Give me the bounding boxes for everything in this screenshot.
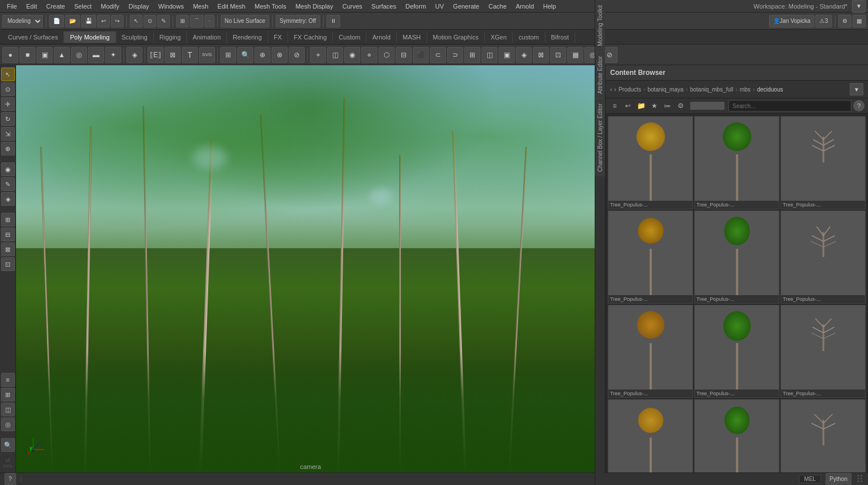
cb-folder-btn[interactable]: 📁 bbox=[635, 100, 647, 112]
shelf-tab-curves-surfaces[interactable]: Curves / Surfaces bbox=[2, 31, 64, 43]
menu-deform[interactable]: Deform bbox=[401, 2, 431, 11]
tree-item-9[interactable]: Tree_Populus-... bbox=[781, 305, 866, 398]
menu-select[interactable]: Select bbox=[70, 2, 97, 11]
python-btn[interactable]: Python bbox=[826, 473, 851, 486]
bc-forward[interactable]: › bbox=[614, 86, 616, 93]
shelf-tab-arnold[interactable]: Arnold bbox=[367, 31, 397, 43]
shelf-tab-rigging[interactable]: Rigging bbox=[154, 31, 187, 43]
bc-dropdown[interactable]: ▼ bbox=[850, 83, 863, 96]
bc-deciduous[interactable]: deciduous bbox=[757, 86, 783, 93]
shelf-icon-subdiv[interactable]: ◈ bbox=[126, 47, 142, 63]
paint-tool-btn[interactable]: ✎ bbox=[157, 15, 170, 27]
cb-size-slider[interactable] bbox=[690, 102, 724, 110]
shelf-tab-animation[interactable]: Animation bbox=[187, 31, 227, 43]
cb-list-view[interactable]: ≡ bbox=[609, 100, 620, 112]
menu-curves[interactable]: Curves bbox=[338, 2, 367, 11]
shelf-icon-grid[interactable]: ⊞ bbox=[220, 47, 236, 63]
outliner-btn[interactable]: ≡ bbox=[1, 373, 15, 387]
tree-item-12[interactable]: Tree_Populus-... bbox=[781, 399, 866, 472]
shelf-icon-target[interactable]: ⊃ bbox=[447, 47, 463, 63]
shelf-icon-sphere[interactable]: ● bbox=[2, 47, 18, 63]
menu-mesh-display[interactable]: Mesh Display bbox=[291, 2, 338, 11]
bc-products[interactable]: Products bbox=[619, 86, 641, 93]
new-scene-btn[interactable]: 📄 bbox=[49, 15, 64, 27]
shelf-tab-bifrost[interactable]: Bifrost bbox=[546, 31, 575, 43]
snap-point-btn[interactable]: · bbox=[205, 15, 214, 27]
bc-back[interactable]: ‹ bbox=[610, 86, 612, 93]
scale-tool[interactable]: ⇲ bbox=[1, 127, 15, 141]
workspace-dropdown[interactable]: ▼ bbox=[852, 0, 866, 13]
time-editor-btn[interactable]: ◫ bbox=[1, 403, 15, 416]
pause-btn[interactable]: ⏸ bbox=[327, 15, 340, 27]
shelf-icon-smooth[interactable]: ◉ bbox=[344, 47, 360, 63]
menu-generate[interactable]: Generate bbox=[448, 2, 484, 11]
layout-btn[interactable]: ▦ bbox=[853, 15, 866, 27]
help-btn[interactable]: ? bbox=[5, 473, 16, 486]
tree-item-7[interactable]: Tree_Populus-... bbox=[608, 305, 693, 398]
mel-btn[interactable]: MEL bbox=[799, 475, 821, 483]
tree-item-6[interactable]: Tree_Populus-... bbox=[781, 210, 866, 304]
shelf-icon-more4[interactable]: ▣ bbox=[499, 47, 515, 63]
shelf-icon-box[interactable]: ▣ bbox=[37, 47, 53, 63]
shelf-icon-magnify[interactable]: 🔍 bbox=[237, 47, 253, 63]
shelf-tab-fx[interactable]: FX bbox=[268, 31, 288, 43]
shelf-icon-cone[interactable]: ▲ bbox=[54, 47, 70, 63]
shelf-icon-more6[interactable]: ⊠ bbox=[533, 47, 549, 63]
cb-filter-btn[interactable]: ≔ bbox=[662, 100, 673, 112]
tree-item-3[interactable]: Tree_Populus-... bbox=[781, 116, 866, 209]
menu-modify[interactable]: Modify bbox=[96, 2, 124, 11]
menu-mesh[interactable]: Mesh bbox=[188, 2, 213, 11]
cb-search-input[interactable] bbox=[728, 100, 851, 112]
menu-file[interactable]: File bbox=[2, 2, 22, 11]
blend-shape-btn[interactable]: ◎ bbox=[1, 418, 15, 431]
viewport[interactable]: View Shading Lighting Show Renderer Pane… bbox=[16, 65, 605, 472]
shelf-tab-custom[interactable]: Custom bbox=[333, 31, 367, 43]
shelf-tab-poly-modeling[interactable]: Poly Modeling bbox=[64, 31, 116, 43]
shelf-icon-weld[interactable]: ⊂ bbox=[430, 47, 446, 63]
menu-surfaces[interactable]: Surfaces bbox=[367, 2, 401, 11]
shelf-icon-bevel[interactable]: ⬡ bbox=[379, 47, 395, 63]
tree-item-5[interactable]: Tree_Populus-... bbox=[694, 210, 779, 304]
cb-settings-btn[interactable]: ⚙ bbox=[675, 100, 686, 112]
shelf-icon-torus[interactable]: ◎ bbox=[71, 47, 87, 63]
menu-arnold[interactable]: Arnold bbox=[511, 2, 539, 11]
no-live-surface-btn[interactable]: No Live Surface bbox=[221, 15, 269, 27]
snap-curve-btn[interactable]: ⌒ bbox=[190, 15, 204, 27]
shelf-icon-more2[interactable]: ⊘ bbox=[289, 47, 305, 63]
sculpt-tool[interactable]: ✎ bbox=[1, 177, 15, 191]
shelf-icon-special[interactable]: ✦ bbox=[105, 47, 121, 63]
mode-dropdown[interactable]: Modeling bbox=[2, 15, 43, 27]
undo-btn[interactable]: ↩ bbox=[97, 15, 110, 27]
shelf-icon-mirror[interactable]: ◫ bbox=[327, 47, 343, 63]
shelf-tab-sculpting[interactable]: Sculpting bbox=[116, 31, 154, 43]
menu-cache[interactable]: Cache bbox=[484, 2, 511, 11]
symmetry-btn[interactable]: Symmetry: Off bbox=[276, 15, 320, 27]
modeling-toolkit-tab[interactable]: Modeling Toolkit bbox=[595, 0, 605, 51]
tree-item-8[interactable]: Tree_Populus-... bbox=[694, 305, 779, 398]
snap-grid-btn[interactable]: ⊞ bbox=[176, 15, 189, 27]
shelf-icon-cube[interactable]: ■ bbox=[19, 47, 35, 63]
shelf-icon-crease[interactable]: ⋄ bbox=[361, 47, 377, 63]
cb-help-btn[interactable]: ? bbox=[853, 100, 865, 112]
menu-uv[interactable]: UV bbox=[431, 2, 448, 11]
shelf-icon-pivot[interactable]: ⌖ bbox=[310, 47, 326, 63]
shelf-icon-more1[interactable]: ⊗ bbox=[272, 47, 288, 63]
shelf-icon-loop[interactable]: ⊟ bbox=[396, 47, 412, 63]
cb-star-btn[interactable]: ★ bbox=[648, 100, 660, 112]
alert-btn[interactable]: ⚠ 3 bbox=[815, 15, 832, 27]
lasso-tool-btn[interactable]: ⊙ bbox=[144, 15, 156, 27]
settings-btn[interactable]: ⚙ bbox=[838, 15, 851, 27]
render-region-tool[interactable]: ⊞ bbox=[1, 213, 15, 226]
redo-btn[interactable]: ↪ bbox=[111, 15, 124, 27]
shelf-icon-combine[interactable]: ⊕ bbox=[254, 47, 270, 63]
tree-item-2[interactable]: Tree_Populus-... bbox=[694, 116, 779, 209]
user-btn[interactable]: 👤 Jan Vopicka bbox=[769, 15, 815, 27]
tree-item-1[interactable]: Tree_Populus-... bbox=[608, 116, 693, 209]
shelf-tab-rendering[interactable]: Rendering bbox=[227, 31, 268, 43]
shelf-icon-fill[interactable]: ⬛ bbox=[413, 47, 429, 63]
tree-item-11[interactable]: Tree_Populus-... bbox=[694, 399, 779, 472]
select-tool-btn[interactable]: ↖ bbox=[130, 15, 142, 27]
menu-windows[interactable]: Windows bbox=[154, 2, 189, 11]
open-scene-btn[interactable]: 📂 bbox=[65, 15, 80, 27]
menu-edit-mesh[interactable]: Edit Mesh bbox=[213, 2, 250, 11]
